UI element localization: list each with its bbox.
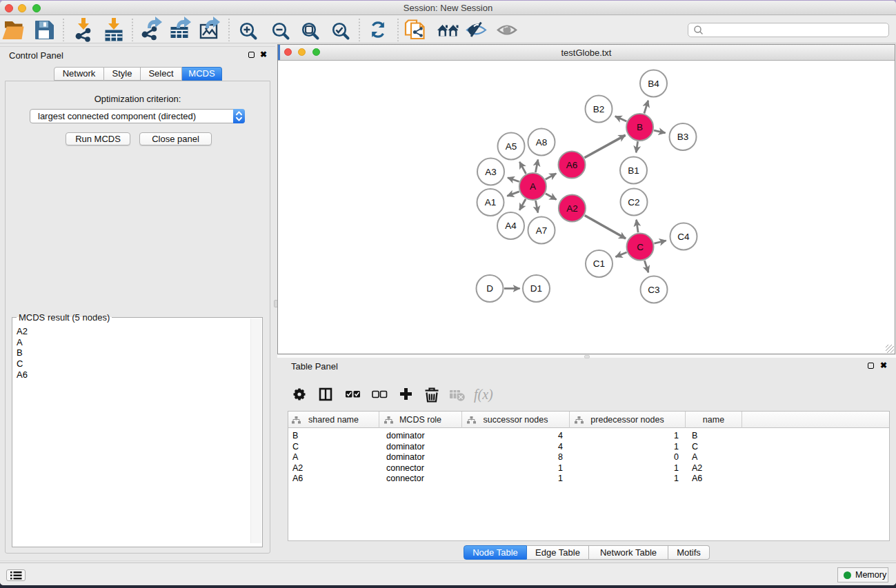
svg-text:C3: C3 <box>648 285 659 295</box>
svg-text:A2: A2 <box>566 203 578 214</box>
svg-text:B: B <box>637 122 643 132</box>
svg-text:D: D <box>486 283 493 294</box>
svg-text:A5: A5 <box>506 141 517 152</box>
svg-text:A: A <box>530 181 536 192</box>
svg-text:B2: B2 <box>593 104 605 114</box>
svg-text:B1: B1 <box>628 165 639 176</box>
svg-text:D1: D1 <box>530 283 542 294</box>
svg-text:f(x): f(x) <box>474 387 493 403</box>
svg-text:A3: A3 <box>485 167 497 177</box>
svg-text:C: C <box>637 242 644 252</box>
svg-text:A1: A1 <box>485 197 497 207</box>
svg-text:C1: C1 <box>593 258 605 269</box>
svg-text:A6: A6 <box>566 160 578 170</box>
svg-text:B4: B4 <box>648 79 659 89</box>
svg-text:A8: A8 <box>536 137 548 148</box>
svg-text:C2: C2 <box>628 197 639 207</box>
svg-text:A4: A4 <box>505 221 517 231</box>
svg-text:A7: A7 <box>536 225 548 236</box>
svg-text:C4: C4 <box>677 232 690 242</box>
svg-text:B3: B3 <box>677 132 689 142</box>
